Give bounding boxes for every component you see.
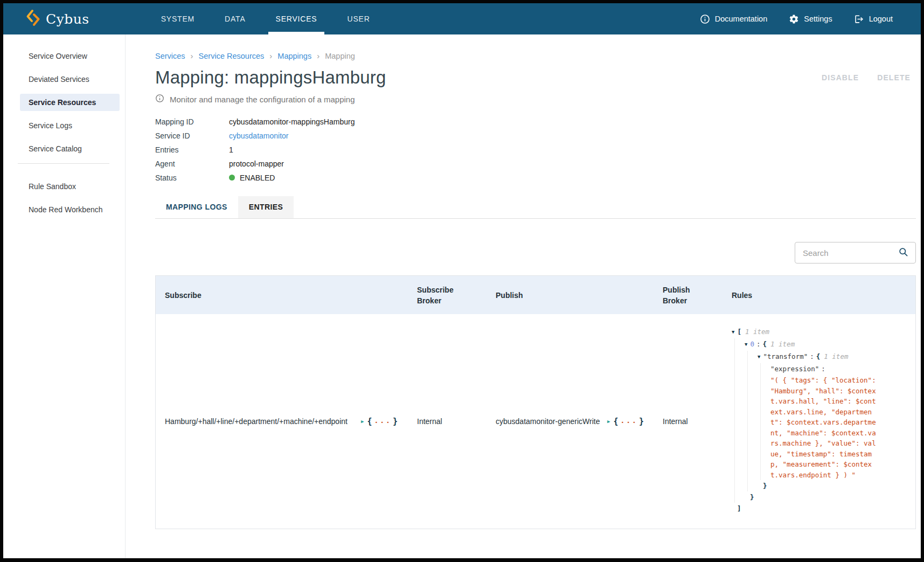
item-count: 1 item xyxy=(745,328,769,336)
nav-tab-services[interactable]: SERVICES xyxy=(261,3,332,34)
json-transform-children: "expression": "( { "tags": { "location":… xyxy=(760,363,879,480)
column-header-subscribe: Subscribe xyxy=(156,290,408,301)
page-title: Mapping: mappingsHamburg xyxy=(155,67,386,88)
breadcrumb-link-services[interactable]: Services xyxy=(155,52,185,60)
documentation-button[interactable]: Documentation xyxy=(700,14,768,24)
cybus-logo-icon xyxy=(26,9,40,29)
table-header: Subscribe Subscribe Broker Publish Publi… xyxy=(156,276,915,314)
breadcrumb-separator: › xyxy=(269,51,272,60)
expression-value[interactable]: "( { "tags": { "location": "Hamburg", "h… xyxy=(770,375,879,480)
publish-broker-value: Internal xyxy=(663,417,688,426)
search-box xyxy=(795,242,916,263)
detail-row-entries: Entries 1 xyxy=(155,145,916,154)
column-header-publish: Publish xyxy=(487,290,654,301)
nav-tab-data[interactable]: DATA xyxy=(210,3,260,34)
json-root-row: ▼[1 item xyxy=(732,326,879,338)
sidebar-item-node-red-workbench[interactable]: Node Red Workbench xyxy=(20,201,120,218)
column-header-publish-broker: Publish Broker xyxy=(654,285,722,306)
main-content: Services › Service Resources › Mappings … xyxy=(126,34,921,558)
subscribe-broker-value: Internal xyxy=(417,417,442,426)
primary-nav: SYSTEM DATA SERVICES USER xyxy=(146,3,385,34)
collapse-arrow-icon[interactable]: ▼ xyxy=(758,351,760,363)
navbar-actions: Documentation Settings Logout xyxy=(700,3,921,34)
item-count: 1 item xyxy=(824,352,848,360)
settings-button[interactable]: Settings xyxy=(789,14,832,24)
table-row: Hamburg/+hall/+line/+department/+machine… xyxy=(156,314,915,529)
publish-object-expander[interactable]: ▶ { ... } xyxy=(607,417,644,427)
breadcrumb-link-mappings[interactable]: Mappings xyxy=(277,52,311,60)
status-badge: ENABLED xyxy=(240,174,275,182)
nav-tab-user[interactable]: USER xyxy=(332,3,385,34)
mapping-details: Mapping ID cybusdatamonitor-mappingsHamb… xyxy=(155,117,916,182)
json-close-index: } xyxy=(745,491,879,503)
sidebar-item-rule-sandbox[interactable]: Rule Sandbox xyxy=(20,178,120,195)
item-count: 1 item xyxy=(770,340,795,348)
info-icon xyxy=(700,14,710,24)
tab-entries[interactable]: ENTRIES xyxy=(238,196,294,218)
detail-row-service-id: Service ID cybusdatamonitor xyxy=(155,131,916,140)
sidebar: Service Overview Deviated Services Servi… xyxy=(3,34,126,558)
top-navbar: Cybus SYSTEM DATA SERVICES USER Document… xyxy=(3,3,921,34)
app-window: Cybus SYSTEM DATA SERVICES USER Document… xyxy=(0,0,924,562)
collapsed-ellipsis[interactable]: ... xyxy=(620,417,637,425)
sidebar-item-service-catalog[interactable]: Service Catalog xyxy=(20,140,120,157)
search-icon[interactable] xyxy=(898,247,908,259)
sidebar-item-service-logs[interactable]: Service Logs xyxy=(20,117,120,134)
sidebar-divider xyxy=(18,163,109,164)
sidebar-item-deviated-services[interactable]: Deviated Services xyxy=(20,71,120,88)
detail-value: protocol-mapper xyxy=(229,159,284,168)
breadcrumb-link-service-resources[interactable]: Service Resources xyxy=(199,52,265,60)
detail-label: Entries xyxy=(155,145,229,154)
subscribe-cell: Hamburg/+hall/+line/+department/+machine… xyxy=(156,314,408,529)
json-index-children: ▼"transform":{1 item "expression": "( { … xyxy=(747,351,879,491)
breadcrumb-current: Mapping xyxy=(325,52,355,60)
column-header-subscribe-broker: Subscribe Broker xyxy=(408,285,487,306)
detail-label: Status xyxy=(155,174,229,182)
detail-label: Service ID xyxy=(155,131,229,140)
json-expression-row: "expression": xyxy=(770,363,879,374)
info-circle-icon xyxy=(155,94,164,105)
detail-label: Mapping ID xyxy=(155,117,229,126)
breadcrumb-separator: › xyxy=(317,51,319,60)
logout-button[interactable]: Logout xyxy=(854,14,893,24)
delete-button[interactable]: DELETE xyxy=(872,69,916,86)
collapse-arrow-icon[interactable]: ▼ xyxy=(745,339,747,350)
json-root-children: ▼0:{1 item ▼"transform":{1 item "express… xyxy=(734,338,879,503)
detail-value: 1 xyxy=(229,145,233,154)
detail-row-agent: Agent protocol-mapper xyxy=(155,159,916,168)
json-close-root: ] xyxy=(732,503,879,514)
service-id-link[interactable]: cybusdatamonitor xyxy=(229,131,289,140)
rules-json-tree: ▼[1 item ▼0:{1 item ▼"transform":{1 item xyxy=(732,326,879,514)
publish-endpoint: cybusdatamonitor-genericWrite xyxy=(496,416,602,427)
brand[interactable]: Cybus xyxy=(3,3,89,34)
detail-row-status: Status ENABLED xyxy=(155,173,916,182)
column-header-rules: Rules xyxy=(722,290,915,301)
sidebar-item-service-resources[interactable]: Service Resources xyxy=(20,94,120,111)
disable-button[interactable]: DISABLE xyxy=(816,69,864,86)
publish-broker-cell: Internal xyxy=(654,314,722,529)
sidebar-item-service-overview[interactable]: Service Overview xyxy=(20,47,120,65)
search-input[interactable] xyxy=(803,248,898,258)
expand-arrow-icon[interactable]: ▶ xyxy=(607,419,610,424)
brand-name: Cybus xyxy=(46,11,89,27)
json-close-transform: } xyxy=(758,480,879,491)
json-index-row: ▼0:{1 item xyxy=(745,338,879,351)
rules-cell: ▼[1 item ▼0:{1 item ▼"transform":{1 item xyxy=(722,314,915,529)
entries-table: Subscribe Subscribe Broker Publish Publi… xyxy=(155,275,916,529)
tab-mapping-logs[interactable]: MAPPING LOGS xyxy=(155,196,238,218)
page-subtitle: Monitor and manage the configuration of … xyxy=(170,95,355,104)
breadcrumb: Services › Service Resources › Mappings … xyxy=(155,51,916,60)
breadcrumb-separator: › xyxy=(191,51,193,60)
collapse-arrow-icon[interactable]: ▼ xyxy=(732,327,734,338)
status-dot xyxy=(229,175,235,181)
page-actions: DISABLE DELETE xyxy=(816,69,916,86)
subscribe-topic: Hamburg/+hall/+line/+department/+machine… xyxy=(165,415,356,427)
publish-cell: cybusdatamonitor-genericWrite ▶ { ... } xyxy=(487,314,654,529)
subscribe-object-expander[interactable]: ▶ { ... } xyxy=(361,417,398,427)
expand-arrow-icon[interactable]: ▶ xyxy=(361,419,364,424)
collapsed-ellipsis[interactable]: ... xyxy=(374,417,391,425)
gear-icon xyxy=(789,14,799,24)
subscribe-broker-cell: Internal xyxy=(408,314,487,529)
logout-icon xyxy=(854,14,864,24)
nav-tab-system[interactable]: SYSTEM xyxy=(146,3,210,34)
